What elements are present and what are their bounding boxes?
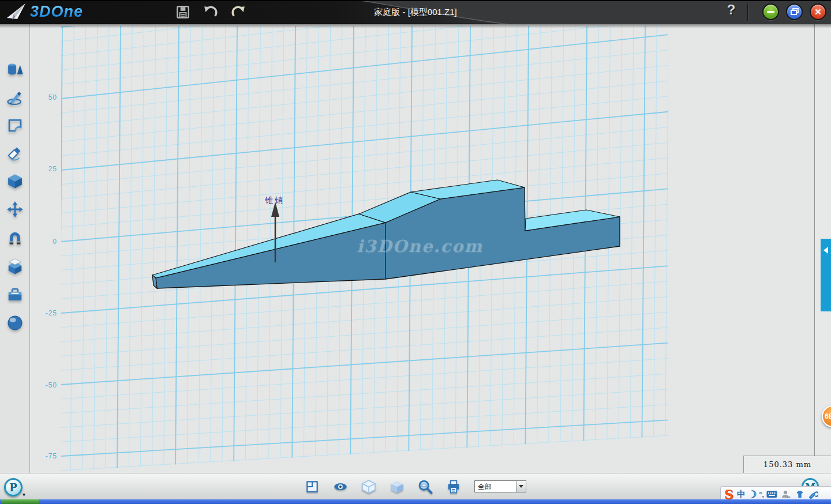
combine-icon[interactable] [6,258,24,275]
bottom-toolbar: 全部 [0,473,831,499]
shaded-cube-icon[interactable] [389,479,405,495]
sketch-plane-icon[interactable] [6,116,24,134]
wireframe-cube-icon[interactable] [361,479,377,495]
watermark: i3DOne.com [357,236,483,256]
profile-caret-icon[interactable]: ▾ [23,491,25,498]
feature-cube-icon[interactable] [6,172,24,190]
selection-filter-dropdown[interactable]: 全部 [474,480,526,492]
minimize-button[interactable] [762,3,779,20]
chevron-down-icon [519,485,523,488]
profile-badge[interactable]: P [4,478,23,497]
zoom-view-icon[interactable] [417,479,433,495]
visibility-eye-icon[interactable] [332,479,349,495]
viewport-3d[interactable]: 50250-25-50-75 锥销 i3DOne.com [30,24,814,473]
title-bar: 3DOne [0,0,831,24]
print-icon[interactable] [446,479,462,495]
window-title: 家庭版 - [模型001.Z1] [0,0,831,24]
selection-filter-value: 全部 [475,481,516,492]
titlebar-divider [748,3,748,21]
magnet-icon[interactable] [6,230,24,247]
user-icon[interactable]: 14 [780,488,792,501]
keyboard-icon[interactable] [766,488,778,501]
primitives-icon[interactable] [6,61,24,78]
restore-button[interactable] [786,3,803,20]
ime-language-toggle[interactable]: 中 [737,489,746,500]
punctuation-toggle[interactable]: °, [759,490,764,499]
application-window: 3DOne [0,0,831,504]
sketch-icon[interactable] [6,89,24,106]
wrench-icon[interactable] [808,488,819,501]
chevron-left-icon [823,247,828,254]
material-sphere-icon[interactable] [6,314,24,332]
skin-tshirt-icon[interactable] [794,488,806,501]
toolbox-icon[interactable] [6,286,24,303]
help-button[interactable]: ? [723,2,740,22]
svg-text:14: 14 [787,495,791,499]
left-toolbar [0,24,30,473]
model-annotation-label: 锥销 [265,195,285,206]
view-plane-icon[interactable] [304,479,320,495]
scale-indicator: 150.33 mm [743,456,831,473]
os-taskbar-edge[interactable] [0,499,831,504]
dropdown-button[interactable] [516,481,526,492]
move-icon[interactable] [6,201,24,218]
moon-icon[interactable]: ☽ [748,488,757,501]
close-button[interactable]: ✕ [810,3,826,20]
panel-flyout-tab[interactable] [821,239,831,311]
eraser-icon[interactable] [6,145,24,162]
start-button-edge[interactable] [1,499,39,504]
